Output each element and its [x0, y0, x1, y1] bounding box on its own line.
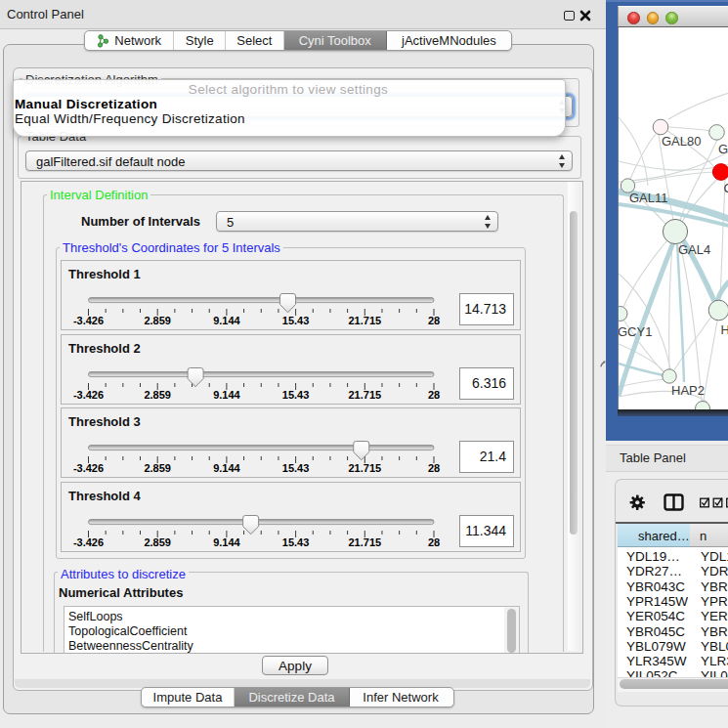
svg-text:21.715: 21.715	[348, 462, 381, 474]
svg-text:28: 28	[428, 462, 440, 474]
svg-text:GAL11: GAL11	[629, 191, 668, 205]
svg-text:2.859: 2.859	[144, 536, 171, 548]
svg-text:2.859: 2.859	[144, 462, 171, 474]
svg-text:2.859: 2.859	[144, 315, 171, 326]
svg-text:GAL4: GAL4	[678, 242, 710, 257]
svg-text:-3.426: -3.426	[73, 536, 104, 548]
svg-text:28: 28	[428, 315, 440, 326]
svg-text:15.43: 15.43	[282, 536, 310, 548]
svg-text:9.144: 9.144	[213, 462, 240, 474]
svg-text:C: C	[724, 181, 728, 195]
svg-text:15.43: 15.43	[282, 315, 310, 326]
svg-text:9.144: 9.144	[213, 389, 240, 401]
svg-text:-3.426: -3.426	[73, 315, 104, 326]
svg-text:21.715: 21.715	[348, 536, 381, 548]
svg-text:9.144: 9.144	[213, 315, 240, 326]
svg-text:28: 28	[428, 389, 440, 401]
svg-text:2.859: 2.859	[144, 389, 171, 401]
svg-text:15.43: 15.43	[282, 389, 310, 401]
svg-text:21.715: 21.715	[348, 315, 381, 326]
svg-text:GCY1: GCY1	[619, 324, 652, 339]
svg-text:-3.426: -3.426	[73, 462, 104, 474]
svg-text:28: 28	[428, 536, 440, 548]
svg-text:21.715: 21.715	[348, 389, 381, 401]
svg-text:GA: GA	[718, 142, 728, 156]
svg-text:9.144: 9.144	[213, 536, 240, 548]
svg-text:HI: HI	[721, 322, 728, 337]
svg-text:15.43: 15.43	[282, 462, 310, 474]
svg-text:GAL80: GAL80	[662, 134, 701, 149]
svg-text:HAP2: HAP2	[671, 383, 705, 398]
svg-text:-3.426: -3.426	[73, 389, 104, 401]
